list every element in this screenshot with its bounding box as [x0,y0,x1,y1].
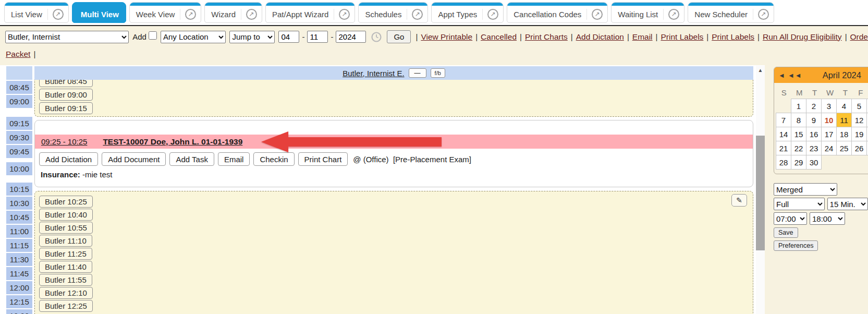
slot-button-butler-10-25[interactable]: Butler 10:25 [39,196,93,208]
add-provider-checkbox[interactable] [149,31,157,40]
calendar-day-21[interactable]: 21 [776,141,791,155]
link-order-packet-wrapped[interactable]: Packet [6,50,30,58]
external-link-icon[interactable]: ↗ [246,9,257,20]
calendar-day-10[interactable]: 10 [821,113,837,127]
calendar-day-19[interactable]: 19 [851,127,867,141]
preferences-button[interactable]: Preferences [774,240,818,251]
slot-button-butler-11-25[interactable]: Butler 11:25 [39,248,92,260]
provider-select[interactable]: Butler, Internist [5,31,129,43]
slot-button-butler-08-45[interactable]: Butler 08:45 [39,80,93,87]
slot-button-butler-09-15[interactable]: Butler 09:15 [39,102,93,114]
tab-list-view[interactable]: List View↗ [4,2,69,23]
view-mode-select[interactable]: Merged [774,183,837,196]
calendar-day-15[interactable]: 15 [791,127,806,141]
add-dictation-button[interactable]: Add Dictation [39,152,98,166]
scroll-up-arrow-icon[interactable]: ▲ [756,66,765,75]
location-select[interactable]: Any Location [161,31,226,43]
tab-multi-view[interactable]: Multi View [72,2,126,23]
calendar-day-22[interactable]: 22 [791,141,806,155]
calendar-day-3[interactable]: 3 [821,99,837,113]
end-time-select[interactable]: 18:00 [810,212,845,225]
calendar-day-26[interactable]: 26 [851,141,867,155]
jump-to-select[interactable]: Jump to [229,31,275,43]
tab-wizard[interactable]: Wizard↗ [204,2,262,23]
date-day-input[interactable] [307,31,328,43]
date-year-input[interactable] [336,31,366,43]
calendar-day-11[interactable]: 11 [836,113,852,127]
fb-button[interactable]: f/b [431,68,445,78]
calendar-day-9[interactable]: 9 [806,113,822,127]
calendar-day-7[interactable]: 7 [776,113,791,127]
add-document-button[interactable]: Add Document [102,152,166,166]
clock-icon[interactable] [371,31,382,43]
checkin-button[interactable]: Checkin [253,152,294,166]
calendar-day-25[interactable]: 25 [836,141,852,155]
scrollbar-thumb[interactable] [756,136,765,250]
slot-button-butler-11-40[interactable]: Butler 11:40 [39,261,92,273]
external-link-icon[interactable]: ↗ [668,9,679,20]
go-button[interactable]: Go [387,30,411,43]
tab-new-scheduler[interactable]: New Scheduler↗ [688,2,774,23]
calendar-day-28[interactable]: 28 [776,155,791,170]
calendar-day-16[interactable]: 16 [806,127,822,141]
tab-schedules[interactable]: Schedules↗ [358,2,428,23]
provider-header-link[interactable]: Butler, Internist E. [343,69,404,78]
slot-button-butler-12-25[interactable]: Butler 12:25 [39,300,93,312]
slot-button-butler-11-10[interactable]: Butler 11:10 [39,235,92,247]
save-button[interactable]: Save [774,227,798,238]
tab-appt-types[interactable]: Appt Types↗ [431,2,504,23]
external-link-icon[interactable]: ↗ [487,9,498,20]
minimize-column-button[interactable]: — [409,68,426,78]
print-chart-button[interactable]: Print Chart [298,152,348,166]
interval-select[interactable]: 15 Min. [827,198,868,210]
calendar-day-18[interactable]: 18 [836,127,852,141]
calendar-day-23[interactable]: 23 [806,141,822,155]
calendar-prev-fast-icon[interactable]: ◄◄ [788,71,802,79]
external-link-icon[interactable]: ↗ [185,9,196,20]
email-button[interactable]: Email [218,152,250,166]
tab-waiting-list[interactable]: Waiting List↗ [611,2,684,23]
external-link-icon[interactable]: ↗ [592,9,603,20]
calendar-day-24[interactable]: 24 [821,141,837,155]
calendar-day-12[interactable]: 12 [851,113,867,127]
calendar-day-30[interactable]: 30 [806,155,822,170]
appointment-time-link[interactable]: 09:25 - 10:25 [41,137,87,146]
start-time-select[interactable]: 07:00 [774,212,807,225]
calendar-day-29[interactable]: 29 [791,155,806,170]
calendar-prev-icon[interactable]: ◄ [778,71,786,79]
external-link-icon[interactable]: ↗ [53,9,64,20]
size-select[interactable]: Full [774,198,825,210]
patient-link[interactable]: TEST-10007 Doe, John L. 01-01-1939 [103,137,242,147]
link-print-charts[interactable]: Print Charts [525,32,568,42]
external-link-icon[interactable]: ↗ [758,9,769,20]
edit-schedule-icon[interactable]: ✎ [731,194,747,207]
slot-button-butler-09-00[interactable]: Butler 09:00 [39,89,93,101]
link-add-dictation[interactable]: Add Dictation [576,32,624,42]
link-email[interactable]: Email [632,32,653,42]
tab-cancellation-codes[interactable]: Cancellation Codes↗ [507,2,608,23]
slot-button-butler-12-10[interactable]: Butler 12:10 [39,287,93,299]
link-view-printable[interactable]: View Printable [421,32,472,42]
calendar-day-4[interactable]: 4 [836,99,852,113]
calendar-day-17[interactable]: 17 [821,127,837,141]
calendar-day-1[interactable]: 1 [791,99,806,113]
slot-button-butler-11-55[interactable]: Butler 11:55 [39,274,92,286]
external-link-icon[interactable]: ↗ [339,9,350,20]
calendar-day-14[interactable]: 14 [776,127,791,141]
tab-week-view[interactable]: Week View↗ [129,2,201,23]
link-order-packet-wrapped[interactable]: Orde [850,32,868,42]
link-print-labels[interactable]: Print Labels [661,32,703,42]
calendar-day-5[interactable]: 5 [851,99,867,113]
link-cancelled[interactable]: Cancelled [481,32,517,42]
add-task-button[interactable]: Add Task [169,152,214,166]
date-month-input[interactable] [278,31,299,43]
slot-button-butler-10-40[interactable]: Butler 10:40 [39,209,93,221]
calendar-day-2[interactable]: 2 [806,99,822,113]
external-link-icon[interactable]: ↗ [412,9,423,20]
link-print-labels[interactable]: Print Labels [712,32,754,42]
slot-button-butler-10-55[interactable]: Butler 10:55 [39,222,93,234]
vertical-scrollbar[interactable]: ▲ [756,66,765,314]
calendar-day-8[interactable]: 8 [791,113,806,127]
link-run-all-drug-eligibility[interactable]: Run All Drug Eligibility [763,32,842,42]
tab-pat-appt-wizard[interactable]: Pat/Appt Wizard↗ [265,2,355,23]
